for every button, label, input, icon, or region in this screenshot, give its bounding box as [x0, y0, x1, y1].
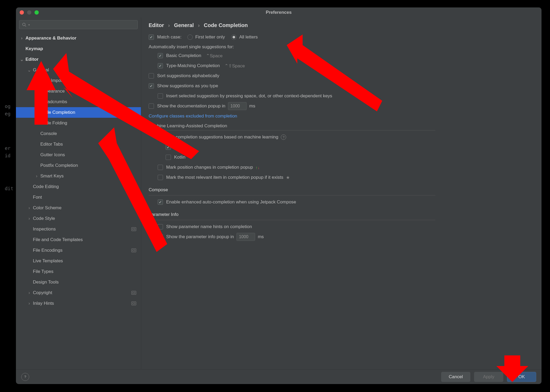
- param-popup-label: Show the parameter info popup in: [166, 234, 234, 239]
- divider: [149, 195, 435, 195]
- first-letter-only-radio[interactable]: [187, 34, 193, 40]
- sidebar-item-appearance-behavior[interactable]: ›Appearance & Behavior: [16, 33, 141, 43]
- sidebar-item-code-style[interactable]: ›Code Style: [16, 213, 141, 224]
- sort-alpha-checkbox[interactable]: [149, 73, 154, 79]
- show-doc-checkbox[interactable]: [149, 103, 154, 109]
- sidebar-item-label: Smart Keys: [40, 173, 141, 179]
- match-case-checkbox[interactable]: [149, 34, 154, 40]
- mark-position-checkbox[interactable]: [158, 165, 163, 170]
- sidebar-item-smart-keys[interactable]: ›Smart Keys: [16, 171, 141, 181]
- sidebar-item-label: File Types: [33, 269, 141, 274]
- sidebar: ▾ ›Appearance & Behavior›Keymap⌄Editor⌄G…: [16, 18, 141, 369]
- sidebar-item-gutter-icons[interactable]: ›Gutter Icons: [16, 150, 141, 160]
- ml-java-label: Java: [174, 145, 184, 150]
- position-arrows-icon: ↑↓: [256, 165, 260, 170]
- ml-kotlin-checkbox[interactable]: [166, 155, 171, 160]
- sidebar-item-label: Gutter Icons: [40, 152, 141, 158]
- sidebar-item-file-and-code-templates[interactable]: ›File and Code Templates: [16, 234, 141, 245]
- type-matching-checkbox[interactable]: [158, 63, 163, 68]
- sidebar-item-code-folding[interactable]: ›Code Folding: [16, 118, 141, 128]
- sidebar-item-label: Code Editing: [33, 184, 141, 189]
- help-icon[interactable]: ?: [281, 134, 286, 140]
- sidebar-item-color-scheme[interactable]: ›Color Scheme: [16, 203, 141, 213]
- sidebar-item-label: Font: [33, 195, 141, 200]
- sidebar-item-copyright[interactable]: ›Copyright: [16, 288, 141, 298]
- sidebar-item-label: Code Style: [33, 216, 141, 221]
- first-letter-only-label: First letter only: [195, 34, 225, 40]
- compose-section-title: Compose: [149, 187, 534, 193]
- sidebar-item-label: Appearance: [40, 89, 141, 94]
- search-icon: [22, 23, 26, 27]
- sidebar-item-editor[interactable]: ⌄Editor: [16, 54, 141, 65]
- sidebar-item-label: General: [33, 67, 141, 73]
- apply-button[interactable]: Apply: [474, 372, 503, 382]
- sort-alpha-label: Sort suggestions alphabetically: [157, 73, 219, 79]
- param-popup-checkbox[interactable]: [158, 234, 163, 239]
- sidebar-item-appearance[interactable]: ›Appearance: [16, 86, 141, 97]
- sidebar-item-code-editing[interactable]: ›Code Editing: [16, 181, 141, 192]
- show-doc-label: Show the documentation popup in: [157, 103, 225, 109]
- ml-kotlin-label: Kotlin: [174, 155, 186, 160]
- breadcrumb-editor[interactable]: Editor: [149, 22, 164, 28]
- ml-sort-checkbox[interactable]: [158, 134, 163, 140]
- mark-relevant-label: Mark the most relevant item in completio…: [166, 175, 283, 180]
- sidebar-item-auto-import[interactable]: ›Auto Import: [16, 75, 141, 86]
- project-scope-icon: [131, 227, 136, 231]
- sidebar-item-inspections[interactable]: ›Inspections: [16, 224, 141, 234]
- sidebar-item-label: Postfix Completion: [40, 163, 141, 168]
- all-letters-label: All letters: [239, 34, 258, 40]
- sidebar-item-label: Inlay Hints: [33, 301, 131, 306]
- show-suggestions-checkbox[interactable]: [149, 83, 154, 89]
- sidebar-item-file-types[interactable]: ›File Types: [16, 266, 141, 277]
- sidebar-item-general[interactable]: ⌄General: [16, 65, 141, 75]
- breadcrumb-general[interactable]: General: [174, 22, 194, 28]
- param-section-title: Parameter Info: [149, 212, 534, 217]
- sidebar-item-live-templates[interactable]: ›Live Templates: [16, 256, 141, 266]
- param-delay-input[interactable]: 1000: [237, 233, 255, 241]
- sidebar-item-label: Code Completion: [40, 110, 141, 115]
- doc-delay-input[interactable]: 1000: [228, 102, 247, 110]
- cancel-button[interactable]: Cancel: [441, 372, 470, 382]
- sidebar-item-label: Copyright: [33, 290, 131, 295]
- content-panel: Editor › General › Code Completion Match…: [141, 18, 542, 369]
- sidebar-item-label: Editor Tabs: [40, 142, 141, 147]
- sidebar-item-inlay-hints[interactable]: ›Inlay Hints: [16, 298, 141, 309]
- sidebar-item-label: Keymap: [25, 46, 141, 51]
- insert-context-label: Insert selected suggestion by pressing s…: [166, 93, 332, 99]
- sidebar-item-design-tools[interactable]: ›Design Tools: [16, 277, 141, 288]
- sidebar-item-code-completion[interactable]: ›Code Completion: [16, 107, 141, 118]
- help-button[interactable]: ?: [21, 373, 29, 381]
- insert-context-checkbox[interactable]: [158, 93, 163, 99]
- sidebar-item-breadcrumbs[interactable]: ›Breadcrumbs: [16, 97, 141, 107]
- chevron-down-icon: ⌄: [27, 67, 31, 73]
- sidebar-item-file-encodings[interactable]: ›File Encodings: [16, 245, 141, 256]
- settings-tree: ›Appearance & Behavior›Keymap⌄Editor⌄Gen…: [16, 32, 141, 369]
- basic-completion-checkbox[interactable]: [158, 53, 163, 58]
- type-matching-label: Type-Matching Completion: [166, 63, 220, 68]
- sidebar-item-label: Inspections: [33, 227, 131, 232]
- mark-relevant-checkbox[interactable]: [158, 175, 163, 180]
- all-letters-radio[interactable]: [231, 34, 237, 40]
- divider: [149, 220, 435, 220]
- star-icon: ★: [286, 175, 290, 180]
- chevron-right-icon: ›: [27, 301, 31, 306]
- basic-completion-label: Basic Completion: [166, 53, 201, 58]
- param-hints-label: Show parameter name hints on completion: [166, 224, 252, 229]
- sidebar-item-keymap[interactable]: ›Keymap: [16, 43, 141, 54]
- sidebar-item-label: Breadcrumbs: [40, 99, 141, 104]
- sidebar-item-console[interactable]: ›Console: [16, 128, 141, 139]
- search-input[interactable]: ▾: [19, 20, 138, 29]
- sidebar-item-font[interactable]: ›Font: [16, 192, 141, 203]
- param-hints-checkbox[interactable]: [158, 224, 163, 229]
- compose-enable-checkbox[interactable]: [158, 199, 163, 205]
- sidebar-item-label: Color Scheme: [33, 205, 141, 211]
- ms-label: ms: [258, 234, 264, 239]
- sidebar-item-editor-tabs[interactable]: ›Editor Tabs: [16, 139, 141, 150]
- svg-line-1: [25, 25, 26, 27]
- sidebar-item-label: Auto Import: [40, 78, 141, 83]
- match-case-label: Match case:: [157, 34, 182, 40]
- ok-button[interactable]: OK: [507, 372, 536, 382]
- configure-excluded-link[interactable]: Configure classes excluded from completi…: [149, 114, 237, 119]
- ml-java-checkbox[interactable]: [166, 145, 171, 150]
- sidebar-item-postfix-completion[interactable]: ›Postfix Completion: [16, 160, 141, 171]
